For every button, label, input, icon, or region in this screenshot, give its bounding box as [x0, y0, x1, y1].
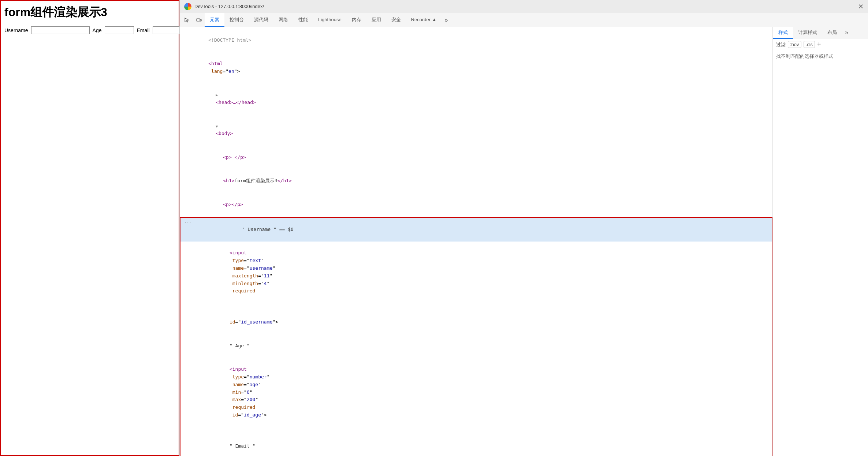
html-head-line: ▶ <head>…</head> [180, 83, 772, 115]
tab-application[interactable]: 应用 [366, 13, 386, 27]
styles-no-match-message: 找不到匹配的选择器或样式 [773, 50, 868, 63]
email-label: Email [137, 27, 150, 33]
hov-button[interactable]: :hov [788, 41, 801, 48]
age-input[interactable] [105, 26, 134, 34]
more-tabs-button[interactable]: » [442, 17, 451, 23]
username-label: Username [4, 27, 28, 33]
chrome-icon [184, 3, 191, 10]
tab-console[interactable]: 控制台 [224, 13, 249, 27]
selected-element-block: ... " Username " == $0 <input type="text… [180, 217, 772, 456]
page-title: form组件渲染展示3 [4, 4, 175, 20]
username-input[interactable] [31, 26, 90, 34]
html-tag-line: <html lang="en"> [180, 52, 772, 83]
fold-triangle-icon: ▶ [216, 92, 218, 98]
devtools-close-button[interactable]: ✕ [858, 3, 864, 11]
tab-security[interactable]: 安全 [386, 13, 406, 27]
html-input-username-line1: <input type="text" name="username" maxle… [180, 242, 772, 303]
tab-memory[interactable]: 内存 [347, 13, 366, 27]
inspector-icon-button[interactable] [181, 14, 193, 26]
devtools-tab-list: 元素 控制台 源代码 网络 性能 Lighthouse 内存 应用 安全 Rec… [205, 13, 867, 27]
devtools-tabs-bar: 元素 控制台 源代码 网络 性能 Lighthouse 内存 应用 安全 Rec… [180, 13, 868, 27]
dots-icon: ... [180, 218, 191, 225]
html-body-open-line: ▼ <body> [180, 115, 772, 146]
tab-elements[interactable]: 元素 [205, 13, 224, 27]
more-styles-tabs-button[interactable]: » [842, 27, 851, 39]
tab-layout[interactable]: 布局 [822, 27, 842, 39]
html-age-text-line: " Age " [180, 334, 772, 358]
html-input-age-line: <input type="number" name="age" min="0" … [180, 358, 772, 427]
html-email-text-line: " Email " [180, 427, 772, 456]
html-p-line: <p></p> [180, 193, 772, 216]
devtools-title: DevTools - 127.0.0.1:8000/index/ [194, 4, 264, 9]
tab-styles[interactable]: 样式 [773, 27, 793, 39]
styles-panel: 样式 计算样式 布局 » 过滤 :hov .cls + 找不到匹配的选择器或样式 [773, 27, 868, 456]
cls-button[interactable]: .cls [804, 41, 815, 48]
devtools-titlebar: DevTools - 127.0.0.1:8000/index/ ✕ [180, 0, 868, 13]
html-input-username-line2: id="id_username"> [180, 303, 772, 334]
styles-tabs-bar: 样式 计算样式 布局 » [773, 27, 868, 39]
devtools-main-area: <!DOCTYPE html> <html lang="en"> ▶ <head… [180, 27, 868, 456]
html-h1-line: <h1>form组件渲染展示3</h1> [180, 169, 772, 193]
devtools-panel: DevTools - 127.0.0.1:8000/index/ ✕ 元素 控制… [179, 0, 868, 456]
add-style-button[interactable]: + [817, 41, 821, 48]
doctype-text: <!DOCTYPE html> [208, 37, 251, 43]
html-doctype-line: <!DOCTYPE html> [180, 29, 772, 52]
html-username-text-line: ... " Username " == $0 [180, 218, 772, 241]
device-toolbar-icon-button[interactable] [193, 14, 205, 26]
tab-sources[interactable]: 源代码 [249, 13, 273, 27]
age-label: Age [93, 27, 102, 33]
styles-filter-row: 过滤 :hov .cls + [773, 39, 868, 50]
svg-rect-0 [197, 19, 200, 21]
tab-computed-styles[interactable]: 计算样式 [793, 27, 822, 39]
fold-body-icon: ▼ [216, 124, 218, 130]
html-open-tag: <html [208, 61, 223, 66]
svg-rect-1 [200, 19, 201, 21]
tab-performance[interactable]: 性能 [293, 13, 313, 27]
tab-network[interactable]: 网络 [273, 13, 293, 27]
devtools-title-left: DevTools - 127.0.0.1:8000/index/ [184, 3, 264, 10]
html-p-empty-line: <p> </p> [180, 146, 772, 169]
left-preview-panel: form组件渲染展示3 Username Age Email [0, 0, 179, 456]
form-row: Username Age Email [4, 26, 175, 34]
tab-recorder[interactable]: Recorder ▲ [406, 13, 442, 27]
elements-panel[interactable]: <!DOCTYPE html> <html lang="en"> ▶ <head… [180, 27, 773, 456]
filter-label: 过滤 [776, 41, 786, 48]
tab-lighthouse[interactable]: Lighthouse [313, 13, 347, 27]
